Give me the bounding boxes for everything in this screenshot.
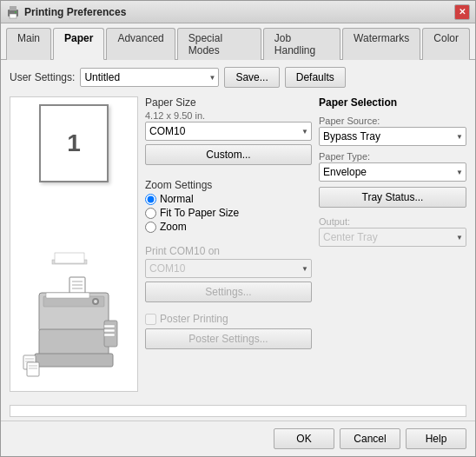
tab-content: User Settings: Untitled Save... Defaults… <box>1 60 475 405</box>
progress-bar <box>10 405 466 417</box>
tab-paper[interactable]: Paper <box>53 28 104 60</box>
paper-preview: 1 <box>39 104 109 182</box>
window-title: Printing Preferences <box>24 6 126 18</box>
svg-rect-15 <box>39 329 109 355</box>
tab-watermarks[interactable]: Watermarks <box>342 28 420 60</box>
poster-checkbox <box>145 314 156 325</box>
printing-preferences-window: Printing Preferences ✕ Main Paper Advanc… <box>0 0 476 457</box>
paper-size-select-wrapper: COM10 <box>145 122 312 141</box>
title-bar-left: Printing Preferences <box>6 5 126 19</box>
tray-status-button[interactable]: Tray Status... <box>319 187 466 208</box>
poster-settings-button: Poster Settings... <box>145 328 312 349</box>
cancel-button[interactable]: Cancel <box>340 428 400 449</box>
bottom-bar: OK Cancel Help <box>1 421 475 456</box>
zoom-normal-label: Normal <box>160 193 194 205</box>
printer-svg <box>22 234 126 381</box>
print-on-select-wrapper: COM10 <box>145 259 312 278</box>
tab-advanced[interactable]: Advanced <box>106 28 175 60</box>
zoom-fit-radio[interactable] <box>145 208 156 219</box>
paper-size-label: Paper Size <box>145 96 312 109</box>
paper-selection-panel: Paper Selection Paper Source: Bypass Tra… <box>319 96 466 392</box>
svg-rect-5 <box>55 253 84 263</box>
svg-rect-2 <box>10 14 17 18</box>
close-button[interactable]: ✕ <box>454 4 470 20</box>
tab-special-modes[interactable]: Special Modes <box>177 28 261 60</box>
zoom-settings-section: Zoom Settings Normal Fit To Paper Size Z… <box>145 179 312 235</box>
title-bar: Printing Preferences ✕ <box>1 1 475 23</box>
output-label: Output: <box>319 216 466 227</box>
user-settings-row: User Settings: Untitled Save... Defaults <box>10 67 466 88</box>
user-settings-select-wrapper: Untitled <box>80 68 219 87</box>
paper-selection-title: Paper Selection <box>319 96 466 109</box>
zoom-zoom-radio[interactable] <box>145 222 156 233</box>
output-select-wrapper: Center Tray <box>319 228 466 247</box>
zoom-fit-row: Fit To Paper Size <box>145 207 312 219</box>
poster-section: Poster Printing Poster Settings... <box>145 313 312 349</box>
svg-rect-24 <box>27 362 39 376</box>
print-on-select: COM10 <box>145 259 312 278</box>
paper-source-label: Paper Source: <box>319 116 466 126</box>
zoom-normal-radio[interactable] <box>145 194 156 205</box>
save-button[interactable]: Save... <box>224 67 279 88</box>
ok-button[interactable]: OK <box>274 428 334 449</box>
svg-point-13 <box>94 300 97 303</box>
paper-type-select[interactable]: Envelope <box>319 162 466 182</box>
preview-panel: 1 <box>10 96 138 392</box>
print-on-label: Print COM10 on <box>145 245 312 257</box>
tab-job-handling[interactable]: Job Handling <box>263 28 340 60</box>
poster-label: Poster Printing <box>160 313 228 325</box>
paper-source-select-wrapper: Bypass Tray <box>319 127 466 146</box>
user-settings-select[interactable]: Untitled <box>80 68 219 87</box>
zoom-zoom-label: Zoom <box>160 221 187 233</box>
paper-size-dimensions: 4.12 x 9.50 in. <box>145 110 312 121</box>
print-on-settings-button: Settings... <box>145 281 312 302</box>
svg-rect-18 <box>104 329 115 332</box>
zoom-settings-label: Zoom Settings <box>145 179 312 191</box>
paper-type-label: Paper Type: <box>319 151 466 162</box>
print-on-section: Print COM10 on COM10 Settings... <box>145 245 312 302</box>
page-number: 1 <box>67 129 81 157</box>
zoom-zoom-row: Zoom <box>145 221 312 233</box>
output-section: Output: Center Tray <box>319 216 466 247</box>
svg-rect-14 <box>46 293 89 298</box>
printer-illustration <box>22 234 126 384</box>
tab-color[interactable]: Color <box>422 28 470 60</box>
printer-icon <box>6 5 20 19</box>
svg-point-3 <box>15 11 17 13</box>
tab-bar: Main Paper Advanced Special Modes Job Ha… <box>1 23 475 60</box>
paper-type-section: Paper Type: Envelope <box>319 151 466 182</box>
zoom-fit-label: Fit To Paper Size <box>160 207 239 219</box>
paper-type-select-wrapper: Envelope <box>319 162 466 182</box>
user-settings-label: User Settings: <box>10 71 75 83</box>
poster-checkbox-row: Poster Printing <box>145 313 312 325</box>
tab-main[interactable]: Main <box>6 28 51 60</box>
paper-source-section: Paper Source: Bypass Tray <box>319 116 466 146</box>
paper-size-section: Paper Size 4.12 x 9.50 in. COM10 Custom.… <box>145 96 312 165</box>
custom-button[interactable]: Custom... <box>145 144 312 165</box>
output-select: Center Tray <box>319 228 466 247</box>
paper-source-select[interactable]: Bypass Tray <box>319 127 466 146</box>
help-button[interactable]: Help <box>406 428 466 449</box>
settings-panel: Paper Size 4.12 x 9.50 in. COM10 Custom.… <box>145 96 312 392</box>
svg-rect-17 <box>104 325 115 328</box>
svg-rect-19 <box>104 334 115 336</box>
svg-rect-1 <box>10 6 17 10</box>
svg-rect-20 <box>35 354 113 367</box>
main-area: 1 <box>10 96 466 392</box>
paper-size-select[interactable]: COM10 <box>145 122 312 141</box>
defaults-button[interactable]: Defaults <box>285 67 346 88</box>
zoom-normal-row: Normal <box>145 193 312 205</box>
